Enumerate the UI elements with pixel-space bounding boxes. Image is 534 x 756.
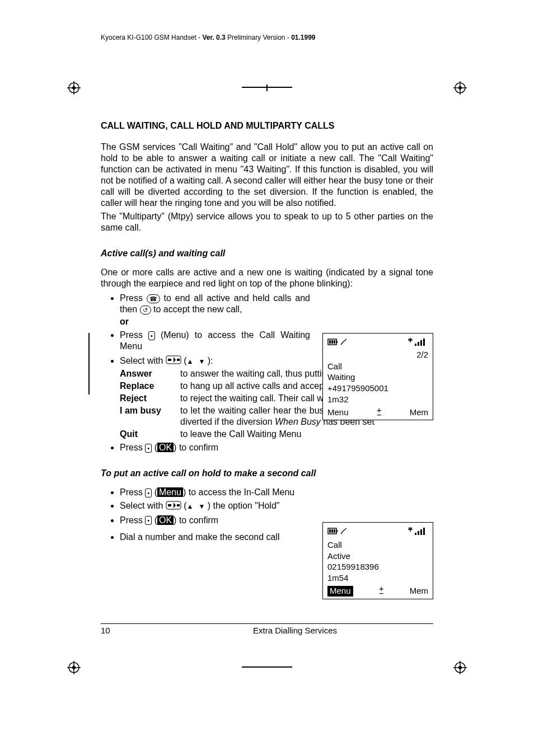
menu-label: Menu (157, 487, 183, 497)
phone-screen-active: Call Active 02159918396 1m54 Menu +− Mem (322, 522, 433, 599)
registration-mark-icon (453, 81, 467, 95)
registration-mark-icon (453, 661, 467, 674)
nav-key-icon (166, 355, 181, 367)
screen-line: Call (327, 361, 428, 372)
registration-mark-icon (67, 81, 81, 95)
header-tail: Preliminary Version - (226, 34, 291, 41)
svg-rect-9 (168, 359, 171, 361)
svg-marker-10 (174, 357, 176, 363)
header-product: Kyocera KI-G100 GSM Handset - (101, 34, 202, 41)
definition: to leave the Call Waiting Menu (180, 429, 433, 440)
svg-rect-24 (418, 342, 419, 346)
softkey-right: Mem (410, 586, 428, 597)
softkey-right: Mem (410, 407, 428, 418)
text: Press (120, 293, 147, 303)
body-paragraph: One or more calls are active and a new o… (101, 267, 433, 289)
plus-minus-icon: +− (379, 586, 383, 595)
text: Press (120, 487, 145, 497)
center-bar-icon (242, 666, 292, 668)
subheading: Active call(s) and waiting call (101, 248, 433, 259)
svg-rect-17 (329, 340, 331, 344)
header-date: 01.1999 (291, 34, 315, 41)
svg-rect-30 (334, 529, 335, 533)
softkey-icon: • (145, 516, 152, 525)
body-paragraph: The GSM services "Call Waiting" and "Cal… (101, 142, 433, 209)
list-item: Press • (OK) to confirm (120, 442, 433, 453)
list-item: Select with (▲ ▼ ) the option "Hold" (120, 500, 310, 512)
header-version: Ver. 0.3 (202, 34, 225, 41)
svg-rect-19 (334, 340, 335, 344)
svg-rect-23 (415, 344, 416, 346)
text: Press (120, 330, 148, 340)
term: Quit (120, 429, 170, 440)
page: Kyocera KI-G100 GSM Handset - Ver. 0.3 P… (0, 0, 534, 756)
term: Reject (120, 393, 170, 404)
list-item: Press • (Menu) to access the Call Waitin… (120, 330, 310, 352)
ok-label: OK (157, 443, 174, 452)
term: I am busy (120, 405, 170, 428)
svg-rect-20 (336, 341, 338, 343)
running-header: Kyocera KI-G100 GSM Handset - Ver. 0.3 P… (101, 34, 433, 42)
term: Answer (120, 368, 170, 379)
emphasis: When Busy (275, 417, 321, 426)
svg-rect-15 (177, 504, 180, 506)
signal-icon (407, 526, 428, 539)
screen-line: Call (327, 540, 428, 551)
svg-rect-11 (177, 359, 180, 361)
list-item: Press • (Menu) to access the In-Call Men… (120, 487, 310, 498)
text: Select with (120, 356, 166, 365)
svg-rect-35 (418, 531, 419, 535)
down-arrow-icon: ▼ (198, 358, 205, 365)
plus-minus-icon: +− (377, 408, 381, 417)
signal-icon (407, 339, 428, 349)
svg-rect-18 (331, 340, 333, 344)
onhook-key-icon: ☎ (147, 294, 160, 303)
text: ) to confirm (174, 515, 218, 525)
battery-icon (327, 526, 349, 539)
crop-marks-bottom (101, 650, 433, 683)
svg-rect-25 (420, 340, 422, 346)
text: to accept the new call, (153, 304, 242, 314)
text: Dial a number and make the second call (120, 532, 280, 542)
up-arrow-icon: ▲ (187, 358, 194, 365)
list-item: Press • (OK) to confirm (120, 515, 310, 526)
text: Press (120, 443, 145, 452)
svg-rect-34 (415, 533, 416, 535)
svg-marker-14 (174, 503, 176, 508)
term: Replace (120, 381, 170, 392)
or-label: or (120, 316, 310, 327)
battery-icon (327, 337, 349, 350)
center-tick-icon (242, 87, 292, 88)
svg-rect-37 (423, 528, 425, 535)
softkey-left: Menu (327, 407, 349, 418)
registration-mark-icon (67, 661, 81, 674)
softkey-icon: • (145, 489, 152, 497)
softkey-icon: • (145, 444, 152, 453)
footer-rule (101, 623, 433, 624)
softkey-icon: • (148, 331, 155, 340)
offhook-key-icon: ↺ (140, 306, 151, 314)
footer-title: Extra Dialling Services (157, 626, 433, 636)
subheading: To put an active call on hold to make a … (101, 468, 433, 479)
list-item: Dial a number and make the second call (120, 532, 310, 543)
screen-line: Active (327, 551, 428, 562)
body-paragraph: The "Multiparty" (Mtpy) service allows y… (101, 211, 433, 233)
svg-rect-13 (168, 504, 171, 506)
screen-line: 1m32 (327, 395, 428, 405)
text: ): (205, 356, 213, 365)
phone-screen-waiting: 2/2 Call Waiting +491795905001 1m32 Menu… (322, 333, 433, 420)
text: Press (120, 515, 145, 525)
svg-rect-26 (423, 339, 425, 346)
screen-line: 1m54 (327, 573, 428, 584)
text: ) to confirm (174, 443, 218, 452)
change-bar-icon (88, 333, 90, 395)
section-heading: CALL WAITING, CALL HOLD AND MULTIPARTY C… (101, 120, 433, 132)
ok-label: OK (157, 515, 174, 525)
list-item: Press ☎ to end all active and held calls… (120, 293, 310, 327)
down-arrow-icon: ▼ (198, 503, 205, 510)
svg-rect-36 (420, 529, 422, 535)
footer: 10 Extra Dialling Services (101, 626, 433, 636)
nav-key-icon (166, 501, 181, 513)
crop-marks-top (101, 64, 433, 109)
page-number: 10 (101, 626, 157, 636)
